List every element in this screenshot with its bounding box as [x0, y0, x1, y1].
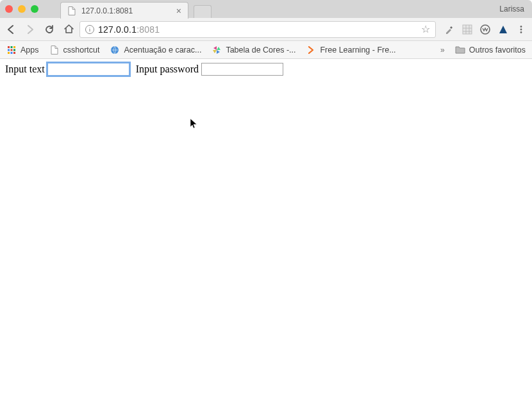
window-controls	[5, 5, 38, 13]
bookmark-label: Acentuação e carac...	[124, 46, 201, 55]
grid-extension-icon[interactable]	[461, 24, 473, 35]
address-bar[interactable]: i 127.0.0.1:8081 ☆	[79, 21, 436, 38]
bookmark-item-acentuacao[interactable]: Acentuação e carac...	[110, 45, 201, 55]
svg-rect-9	[11, 49, 13, 51]
back-button[interactable]	[5, 24, 17, 35]
extension-icons	[441, 24, 527, 35]
svg-rect-6	[11, 46, 13, 48]
svg-rect-12	[11, 52, 13, 54]
pinwheel-icon	[212, 45, 222, 55]
profile-name[interactable]: Larissa	[499, 4, 527, 13]
bookmark-item-tabela-cores[interactable]: Tabela de Cores -...	[212, 45, 295, 55]
tab-strip: 127.0.0.1:8081 × Larissa	[0, 0, 532, 18]
toolbar: i 127.0.0.1:8081 ☆	[0, 18, 532, 41]
svg-point-4	[520, 31, 522, 33]
url-host: 127.0.0.1	[98, 24, 137, 35]
tab-close-icon[interactable]: ×	[176, 6, 181, 15]
bookmark-label: csshortcut	[63, 46, 100, 55]
svg-rect-8	[8, 49, 10, 51]
bookmark-item-csshortcut[interactable]: csshortcut	[49, 45, 100, 55]
triangle-extension-icon[interactable]	[497, 24, 509, 35]
bookmarks-bar: Apps csshortcut Acentuação e carac... Ta…	[0, 41, 532, 59]
folder-icon	[455, 45, 465, 55]
svg-rect-13	[13, 52, 15, 54]
minimize-window-button[interactable]	[18, 5, 26, 13]
svg-point-2	[520, 26, 522, 28]
home-button[interactable]	[63, 24, 74, 35]
mouse-cursor-icon	[190, 118, 199, 130]
other-bookmarks-label: Outros favoritos	[469, 46, 526, 55]
reload-button[interactable]	[44, 24, 55, 35]
bookmark-label: Tabela de Cores -...	[226, 46, 295, 55]
other-bookmarks-folder[interactable]: Outros favoritos	[455, 45, 526, 55]
site-info-icon[interactable]: i	[85, 25, 94, 34]
svg-point-1	[481, 25, 490, 34]
bookmark-item-free-learning[interactable]: Free Learning - Fre...	[306, 45, 395, 55]
globe-icon	[110, 45, 120, 55]
svg-rect-10	[13, 49, 15, 51]
nav-buttons	[5, 24, 74, 35]
forward-button[interactable]	[24, 24, 36, 35]
text-input-label: Input text	[5, 63, 45, 75]
file-icon	[49, 45, 60, 55]
svg-point-3	[520, 28, 522, 30]
svg-rect-5	[8, 46, 10, 48]
chrome-menu-icon[interactable]	[515, 24, 527, 35]
page-content: Input text Input password	[0, 59, 532, 80]
bookmarks-overflow-icon[interactable]: »	[440, 46, 445, 55]
file-icon	[67, 6, 76, 15]
wappalyzer-extension-icon[interactable]	[479, 24, 491, 35]
zoom-window-button[interactable]	[31, 5, 38, 13]
bookmark-star-icon[interactable]: ☆	[421, 23, 430, 35]
svg-rect-7	[13, 46, 15, 48]
password-input[interactable]	[201, 63, 283, 76]
password-field-group: Input password	[136, 63, 283, 76]
chevron-right-icon	[306, 45, 316, 55]
new-tab-button[interactable]	[194, 5, 212, 18]
svg-rect-11	[8, 52, 10, 54]
browser-tab[interactable]: 127.0.0.1:8081 ×	[60, 2, 188, 19]
url-text: 127.0.0.1:8081	[98, 24, 160, 35]
tab-title: 127.0.0.1:8081	[81, 6, 171, 15]
apps-shortcut[interactable]: Apps	[6, 45, 39, 55]
url-port: :8081	[137, 24, 160, 35]
bookmark-label: Free Learning - Fre...	[320, 46, 395, 55]
text-field-group: Input text	[5, 63, 129, 76]
apps-grid-icon	[6, 45, 17, 55]
text-input[interactable]	[47, 63, 129, 76]
eyedropper-extension-icon[interactable]	[444, 24, 455, 35]
svg-rect-0	[463, 25, 472, 34]
apps-label: Apps	[21, 46, 39, 55]
password-input-label: Input password	[136, 63, 199, 75]
close-window-button[interactable]	[5, 5, 13, 13]
